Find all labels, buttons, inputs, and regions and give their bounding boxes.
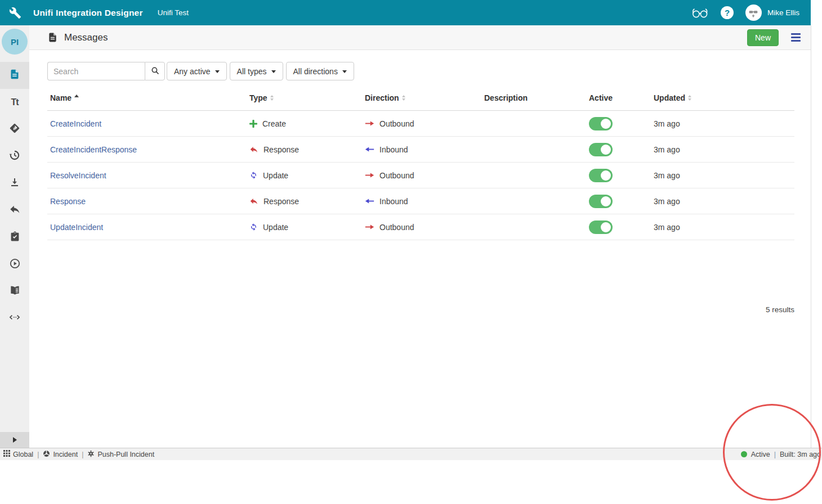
column-header-active: Active <box>586 93 651 102</box>
column-header-name[interactable]: Name <box>47 93 247 102</box>
arrow-left-icon <box>365 146 374 152</box>
main-content: Any active All types All directions Name… <box>29 50 811 448</box>
message-name-link[interactable]: UpdateIncident <box>50 223 103 232</box>
updated-cell: 3m ago <box>651 223 794 232</box>
sidebar-item-pollers[interactable] <box>0 143 29 170</box>
updated-cell: 3m ago <box>651 145 794 154</box>
wrench-icon <box>9 7 21 19</box>
play-circle-icon <box>9 258 21 272</box>
direction-label: Outbound <box>379 119 414 128</box>
document-icon <box>9 69 20 82</box>
message-name-link[interactable]: CreateIncidentResponse <box>50 145 137 154</box>
results-count: 5 results <box>766 305 794 314</box>
user-avatar[interactable] <box>745 4 762 21</box>
sidebar-item-import[interactable] <box>0 170 29 197</box>
active-toggle[interactable] <box>589 169 613 182</box>
column-header-type[interactable]: Type <box>247 93 362 102</box>
content-right-border <box>811 25 811 448</box>
direction-label: Inbound <box>379 197 408 206</box>
status-dot-icon <box>741 451 747 457</box>
history-icon <box>8 149 21 164</box>
create-plus-icon <box>249 120 257 128</box>
gear-icon <box>87 450 95 459</box>
send-diamond-icon <box>8 122 21 137</box>
active-toggle[interactable] <box>589 195 613 208</box>
sidebar-collapse-button[interactable] <box>0 432 29 448</box>
messages-table: Name Type Direction Description Active U… <box>47 85 794 240</box>
update-refresh-icon <box>249 223 258 231</box>
sidebar-item-messages[interactable] <box>0 62 29 89</box>
updated-cell: 3m ago <box>651 119 794 128</box>
table-header-row: Name Type Direction Description Active U… <box>47 85 794 111</box>
search-input[interactable] <box>47 62 145 80</box>
chevron-right-icon <box>13 437 17 443</box>
chevron-down-icon <box>342 70 347 73</box>
column-header-description: Description <box>481 93 586 102</box>
code-icon <box>8 311 21 326</box>
process-avatar[interactable]: PI <box>2 29 28 55</box>
breadcrumb-global[interactable]: Global <box>3 450 33 458</box>
arrow-right-icon <box>365 120 374 127</box>
table-row: Response Response Inbound 3m ago <box>47 188 794 214</box>
page-title: Messages <box>64 32 108 43</box>
menu-button[interactable] <box>789 31 803 44</box>
sidebar-item-tasks[interactable] <box>0 224 29 251</box>
sidebar-item-fields[interactable]: Tt <box>0 89 29 116</box>
arrow-right-icon <box>365 172 374 178</box>
help-icon[interactable]: ? <box>721 6 734 19</box>
active-filter-dropdown[interactable]: Any active <box>167 62 227 80</box>
sort-icon <box>402 95 405 101</box>
type-label: Response <box>263 145 299 154</box>
separator: | <box>774 451 776 458</box>
page-header: Messages New <box>29 25 811 50</box>
response-reply-icon <box>249 197 258 206</box>
message-name-link[interactable]: Response <box>50 197 86 206</box>
sort-icon <box>688 95 691 101</box>
updated-cell: 3m ago <box>651 197 794 206</box>
direction-label: Inbound <box>379 145 408 154</box>
search-button[interactable] <box>145 62 165 80</box>
active-toggle[interactable] <box>589 220 613 234</box>
chevron-down-icon <box>271 70 276 73</box>
active-toggle[interactable] <box>589 143 613 156</box>
column-header-updated[interactable]: Updated <box>651 93 794 102</box>
column-header-direction[interactable]: Direction <box>362 93 481 102</box>
breadcrumb-integration[interactable]: Push-Pull Incident <box>87 450 154 459</box>
table-row: CreateIncidentResponse Response Inbound … <box>47 137 794 163</box>
top-bar: Unifi Integration Designer Unifi Test ? … <box>0 0 811 25</box>
type-label: Update <box>263 171 288 180</box>
type-filter-dropdown[interactable]: All types <box>230 62 283 80</box>
table-row: CreateIncident Create Outbound 3m ago <box>47 111 794 137</box>
arrow-left-icon <box>365 198 374 204</box>
direction-filter-dropdown[interactable]: All directions <box>286 62 354 80</box>
sort-icon <box>270 95 274 101</box>
left-sidebar: PI Tt <box>0 25 29 448</box>
sidebar-item-field-maps[interactable] <box>0 116 29 143</box>
download-icon <box>9 177 20 190</box>
type-label: Response <box>263 197 299 206</box>
updated-cell: 3m ago <box>651 171 794 180</box>
direction-label: Outbound <box>379 171 414 180</box>
sidebar-item-responses[interactable] <box>0 197 29 224</box>
sidebar-item-run[interactable] <box>0 251 29 278</box>
filter-bar: Any active All types All directions <box>47 62 354 80</box>
message-name-link[interactable]: CreateIncident <box>50 119 101 128</box>
hamburger-icon <box>791 33 801 35</box>
update-refresh-icon <box>249 171 258 179</box>
type-label: Update <box>263 223 288 232</box>
instance-name: Unifi Test <box>158 8 189 17</box>
message-name-link[interactable]: ResolveIncident <box>50 171 106 180</box>
separator: | <box>37 451 39 458</box>
breadcrumb-process[interactable]: Incident <box>43 450 78 459</box>
separator: | <box>82 451 83 458</box>
table-row: ResolveIncident Update Outbound 3m ago <box>47 163 794 188</box>
search-icon <box>150 66 160 77</box>
active-toggle[interactable] <box>589 117 613 130</box>
sidebar-item-documentation[interactable] <box>0 278 29 305</box>
glasses-icon[interactable] <box>691 7 709 19</box>
reply-icon <box>9 204 21 218</box>
new-button[interactable]: New <box>747 29 779 46</box>
sidebar-item-scripts[interactable] <box>0 305 29 332</box>
table-row: UpdateIncident Update Outbound 3m ago <box>47 214 794 240</box>
sort-asc-icon <box>74 94 79 97</box>
